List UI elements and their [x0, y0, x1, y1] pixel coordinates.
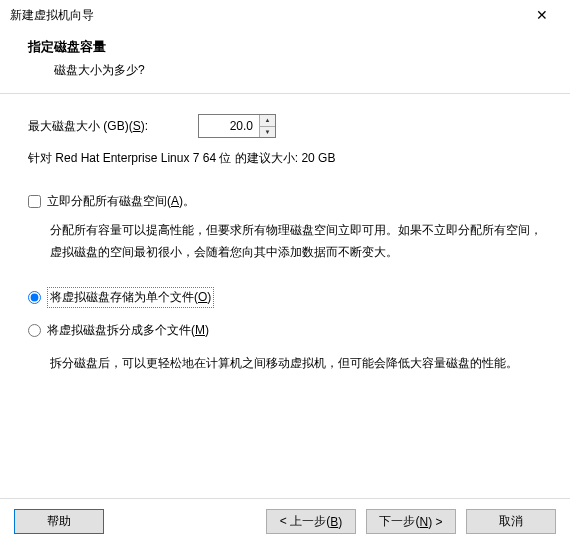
store-single-file-label: 将虚拟磁盘存储为单个文件(O) [47, 287, 214, 308]
store-split-description: 拆分磁盘后，可以更轻松地在计算机之间移动虚拟机，但可能会降低大容量磁盘的性能。 [28, 353, 542, 375]
allocate-now-checkbox-row[interactable]: 立即分配所有磁盘空间(A)。 [28, 193, 542, 210]
disk-size-label: 最大磁盘大小 (GB)(S): [28, 118, 198, 135]
spinner-up-icon[interactable]: ▲ [260, 115, 275, 127]
close-button[interactable]: ✕ [522, 1, 562, 29]
window-title: 新建虚拟机向导 [10, 7, 94, 24]
spinner-arrows: ▲ ▼ [259, 115, 275, 137]
allocate-now-label: 立即分配所有磁盘空间(A)。 [47, 193, 195, 210]
wizard-header: 指定磁盘容量 磁盘大小为多少? [0, 30, 570, 93]
help-button[interactable]: 帮助 [14, 509, 104, 534]
disk-size-input[interactable] [199, 115, 259, 137]
titlebar: 新建虚拟机向导 ✕ [0, 0, 570, 30]
storage-radio-group: 将虚拟磁盘存储为单个文件(O) 将虚拟磁盘拆分成多个文件(M) 拆分磁盘后，可以… [28, 287, 542, 375]
allocate-now-checkbox[interactable] [28, 195, 41, 208]
allocate-now-description: 分配所有容量可以提高性能，但要求所有物理磁盘空间立即可用。如果不立即分配所有空间… [28, 220, 542, 263]
cancel-button[interactable]: 取消 [466, 509, 556, 534]
disk-size-row: 最大磁盘大小 (GB)(S): ▲ ▼ [28, 114, 542, 138]
next-button[interactable]: 下一步(N) > [366, 509, 456, 534]
store-split-files-radio[interactable] [28, 324, 41, 337]
page-subheading: 磁盘大小为多少? [28, 62, 560, 79]
wizard-content: 最大磁盘大小 (GB)(S): ▲ ▼ 针对 Red Hat Enterpris… [0, 94, 570, 391]
wizard-footer: 帮助 < 上一步(B) 下一步(N) > 取消 [0, 498, 570, 546]
store-single-file-row[interactable]: 将虚拟磁盘存储为单个文件(O) [28, 287, 542, 308]
store-single-file-radio[interactable] [28, 291, 41, 304]
recommended-size-text: 针对 Red Hat Enterprise Linux 7 64 位 的建议大小… [28, 150, 542, 167]
page-heading: 指定磁盘容量 [28, 38, 560, 56]
store-split-files-row[interactable]: 将虚拟磁盘拆分成多个文件(M) [28, 322, 542, 339]
back-button[interactable]: < 上一步(B) [266, 509, 356, 534]
spinner-down-icon[interactable]: ▼ [260, 127, 275, 138]
store-split-files-label: 将虚拟磁盘拆分成多个文件(M) [47, 322, 209, 339]
disk-size-spinner[interactable]: ▲ ▼ [198, 114, 276, 138]
